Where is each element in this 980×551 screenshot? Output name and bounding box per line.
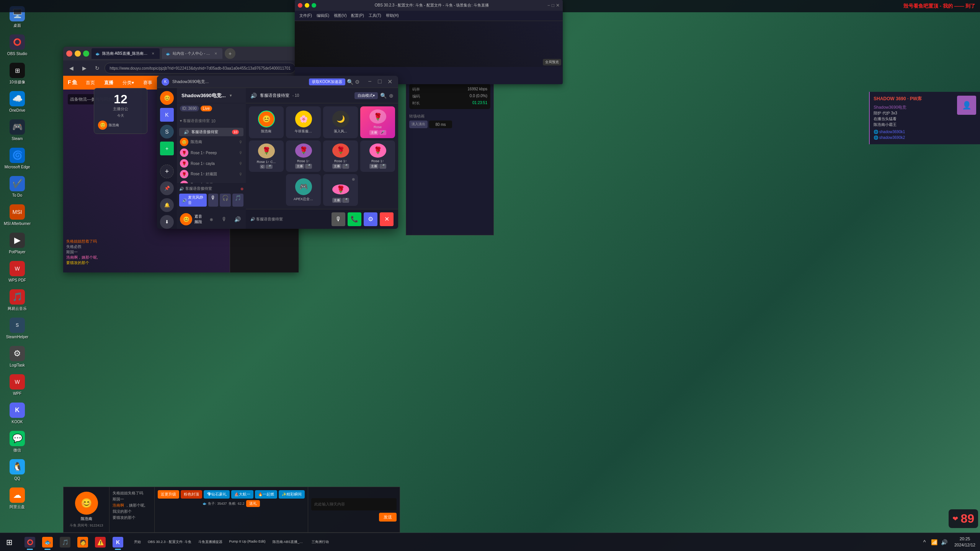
obs-menu-tools[interactable]: 工具(T) xyxy=(367,12,383,19)
icon-aliyun[interactable]: ☁ 阿里云盘 xyxy=(2,485,33,512)
taskbar-label-music[interactable]: 斗鱼直播捕捉器 xyxy=(195,540,225,544)
server-icon-3[interactable]: S xyxy=(160,125,174,139)
icon-qq[interactable]: 🐧 QQ xyxy=(2,457,33,483)
server-icon-4[interactable]: + xyxy=(160,142,174,155)
leave-voice-btn[interactable]: ⊗ xyxy=(240,187,243,191)
gift-btn-6[interactable]: ✨精彩瞬间 xyxy=(279,490,305,499)
obs-menu-config[interactable]: 配置(P) xyxy=(350,12,365,19)
tray-sound[interactable]: 🔊 xyxy=(941,538,948,546)
kook-mic-toggle[interactable]: ⎈ xyxy=(206,214,217,225)
icon-obs[interactable]: ⭕ OBS Studio xyxy=(2,32,33,59)
kook-settings-icon[interactable]: ⚙ xyxy=(355,79,360,85)
taskbar-obs[interactable]: ⭕ xyxy=(21,534,38,551)
icon-qrcode[interactable]: ⊞ 10倍摄像 xyxy=(2,60,33,87)
kook-maximize-icon[interactable]: □ xyxy=(376,78,384,85)
douyu-nav-live[interactable]: 直播 xyxy=(103,80,115,86)
browser-tab-inbox[interactable]: 🐟 站内信 - 个人中心 - 斗鱼 ✕ xyxy=(162,48,222,59)
icon-wechat[interactable]: 💬 微信 xyxy=(2,429,33,455)
icon-potplayer[interactable]: ▶ PotPlayer xyxy=(2,230,33,257)
taskbar-label-douyu[interactable]: OBS 30.2.3 - 配置文件: 斗鱼 xyxy=(145,540,194,544)
obs-menu-edit[interactable]: 编辑(E) xyxy=(315,12,331,19)
join-audio-btn[interactable]: 🔊 麦克风静音 xyxy=(179,194,207,207)
search-btn[interactable]: 🔍 xyxy=(380,93,387,99)
icon-attrunner[interactable]: MSI MSI Afterburner xyxy=(2,202,33,228)
icon-onedrive[interactable]: ☁️ OneDrive xyxy=(2,89,33,115)
icon-netease[interactable]: 🎵 网易云音乐 xyxy=(2,287,33,313)
send-btn[interactable]: 发送 xyxy=(379,513,397,522)
icon-steam2[interactable]: S SteamHelper xyxy=(2,315,33,342)
bottom-mic-btn[interactable]: 🎙 xyxy=(332,212,345,226)
douyu-nav-home[interactable]: 首页 xyxy=(84,80,96,86)
kook-search-icon[interactable]: 🔍 xyxy=(347,79,353,85)
obs-preview-btn[interactable]: 全局预览 xyxy=(543,59,561,65)
browser-tab-douyu[interactable]: 🐟 陈浩南·ABS直播_陈浩南·ABS... ✕ xyxy=(91,48,160,59)
taskbar-kook[interactable]: K xyxy=(109,534,126,551)
server-icon-new[interactable]: + xyxy=(160,165,174,178)
obs-close-btn[interactable] xyxy=(298,3,302,8)
taskbar-user[interactable]: 🧑 xyxy=(74,534,91,551)
browser-tab-close-1[interactable]: ✕ xyxy=(150,51,156,56)
obs-menu-view[interactable]: 视图(V) xyxy=(332,12,348,19)
taskbar-music[interactable]: 🎵 xyxy=(57,534,74,551)
taskbar-label-user[interactable]: Pump It Up (Radio Edit) xyxy=(226,540,269,544)
icon-wpf2[interactable]: W WPF xyxy=(2,372,33,398)
browser-min-btn[interactable] xyxy=(75,51,81,57)
obs-ctrl-3[interactable]: ✕ xyxy=(556,3,560,8)
taskbar-game[interactable]: ⚠️ xyxy=(92,534,109,551)
kook-nav-icon[interactable]: 📌 xyxy=(160,181,174,195)
bottom-settings-btn[interactable]: ⚙ xyxy=(364,212,377,226)
taskbar-label-game[interactable]: 陈浩南·ABS直播_陈浩南· xyxy=(270,540,308,544)
url-bar[interactable]: https://www.douyu.com/topic/pjzjb?rid=91… xyxy=(105,63,296,73)
rose-5-more-icon[interactable]: ⊕ xyxy=(352,177,355,181)
forward-btn[interactable]: ▶ xyxy=(79,63,89,73)
gift-btn-3[interactable]: 💎钻石豪礼 xyxy=(204,490,230,499)
chat-input[interactable]: 此处输入聊天内容 xyxy=(311,498,397,510)
kook-nav-icon3[interactable]: ⬇ xyxy=(160,215,174,229)
obs-max-btn[interactable] xyxy=(312,3,316,8)
kook-mic-btn[interactable]: 🎙 xyxy=(219,214,230,225)
kook-minimize-icon[interactable]: − xyxy=(366,78,374,85)
bottom-disconnect-btn[interactable]: ✕ xyxy=(380,212,394,226)
donate-btn[interactable]: 送礼 xyxy=(246,500,260,507)
taskbar-label-obs[interactable]: 开始 xyxy=(131,540,144,544)
douyu-nav-category[interactable]: 分类▾ xyxy=(121,80,136,86)
bottom-phone-btn[interactable]: 📞 xyxy=(348,212,361,226)
voice-room-channel[interactable]: 🔊 客服语音接待室 10 xyxy=(179,128,243,136)
taskbar-douyu[interactable]: 🐟 xyxy=(39,534,56,551)
obs-ctrl-1[interactable]: − xyxy=(547,3,550,8)
refresh-btn[interactable]: ↻ xyxy=(92,63,102,73)
browser-tab-close-2[interactable]: ✕ xyxy=(213,51,219,56)
kook-nav-icon2[interactable]: 🔔 xyxy=(160,198,174,212)
invite-btn[interactable]: ⊕ xyxy=(389,93,394,99)
obs-cut-btn[interactable]: 淡入淡出 xyxy=(409,121,428,128)
music-btn[interactable]: 🎵 xyxy=(232,194,243,207)
server-icon-main[interactable]: 😊 xyxy=(160,91,174,105)
icon-kook[interactable]: K KOOK xyxy=(2,400,33,427)
browser-close-btn[interactable] xyxy=(66,51,72,57)
icon-msedge[interactable]: 🌀 Microsoft Edge xyxy=(2,145,33,172)
server-icon-2[interactable]: K xyxy=(160,108,174,122)
new-tab-btn[interactable]: + xyxy=(225,48,235,59)
mic-btn[interactable]: 🎙 xyxy=(208,194,218,207)
taskbar-clock[interactable]: 20:25 2024/12/12 xyxy=(954,536,975,548)
gift-btn-5[interactable]: 🔥一起燃 xyxy=(255,490,277,499)
icon-logitech[interactable]: ⚙ LogiTask xyxy=(2,344,33,370)
douyu-nav-esports[interactable]: 赛事 xyxy=(142,80,154,86)
gift-btn-4[interactable]: ⛵大航一 xyxy=(231,490,253,499)
gift-btn-1[interactable]: 近更升级 xyxy=(158,490,179,499)
obs-menu-file[interactable]: 文件(F) xyxy=(298,12,314,19)
tray-network[interactable]: 📶 xyxy=(931,538,938,546)
kook-get-booster[interactable]: 获取KOOK加速器 xyxy=(309,78,345,85)
taskbar-start-btn[interactable]: ⊞ xyxy=(0,533,18,551)
headphone-btn[interactable]: 🎧 xyxy=(220,194,231,207)
browser-max-btn[interactable] xyxy=(83,51,89,57)
free-mode-btn[interactable]: 自由模式▾ xyxy=(354,92,378,99)
obs-ctrl-2[interactable]: □ xyxy=(552,3,554,8)
taskbar-label-kook[interactable]: 三角洲行动 xyxy=(309,540,332,544)
icon-wps[interactable]: W WPS PDF xyxy=(2,259,33,285)
icon-steam[interactable]: 🎮 Steam xyxy=(2,117,33,143)
icon-todo[interactable]: ✔️ To Do xyxy=(2,174,33,200)
obs-min-btn[interactable] xyxy=(305,3,309,8)
kook-speaker-btn[interactable]: 🔊 xyxy=(232,214,243,225)
gift-btn-2[interactable]: 粉色封顶 xyxy=(181,490,202,499)
